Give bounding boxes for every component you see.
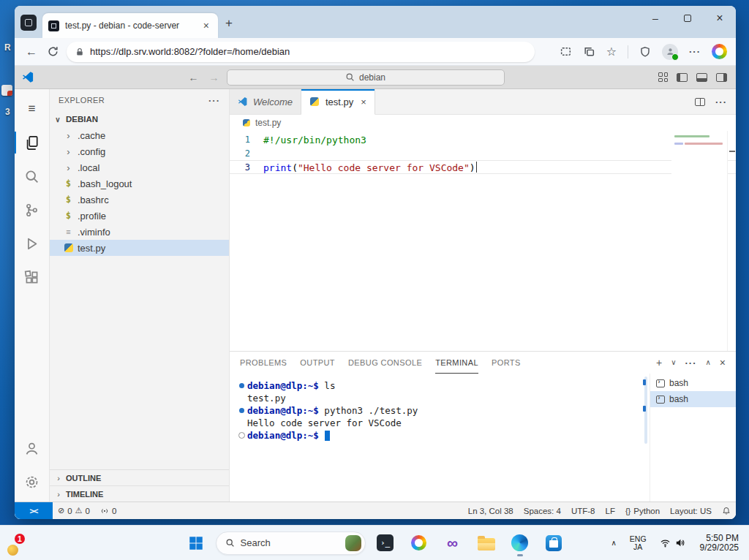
toggle-sidebar-icon[interactable] [677, 73, 688, 82]
notifications-bell[interactable] [717, 502, 736, 519]
tab-testpy[interactable]: test.py × [301, 89, 375, 115]
toggle-secondary-sidebar-icon[interactable] [716, 73, 727, 82]
search-activity-icon[interactable] [15, 161, 50, 192]
breadcrumb[interactable]: test.py [230, 115, 736, 131]
more-actions-icon[interactable]: ··· [715, 97, 727, 107]
back-icon[interactable]: ← [23, 45, 39, 58]
outline-section[interactable]: › OUTLINE [50, 469, 229, 485]
tab-close-icon[interactable]: × [361, 97, 366, 107]
customize-layout-icon[interactable] [658, 72, 668, 82]
web-capture-icon[interactable] [560, 45, 572, 58]
explorer-item-profile[interactable]: $ .profile [50, 208, 229, 224]
desktop-shortcut-number[interactable]: 3 [5, 107, 10, 117]
panel-tab-problems[interactable]: PROBLEMS [240, 352, 287, 374]
workspaces-icon[interactable] [20, 15, 37, 31]
explorer-item-local[interactable]: › .local [50, 159, 229, 175]
browser-essentials-icon[interactable] [639, 46, 651, 58]
desktop-shortcut-icon[interactable] [1, 85, 12, 96]
tab-welcome[interactable]: Welcome [230, 89, 301, 114]
start-button[interactable] [182, 529, 210, 558]
account-icon[interactable] [15, 433, 50, 463]
run-debug-icon[interactable] [15, 228, 50, 259]
extensions-icon[interactable] [15, 262, 50, 292]
copilot-icon[interactable] [712, 44, 727, 59]
refresh-icon[interactable] [47, 45, 59, 58]
settings-menu-icon[interactable]: ··· [689, 46, 701, 57]
split-editor-icon[interactable] [695, 98, 705, 106]
eol[interactable]: LF [601, 502, 620, 519]
explorer-activity-icon[interactable] [15, 127, 50, 158]
profile-avatar[interactable] [662, 44, 678, 60]
code-server-logo[interactable] [22, 71, 34, 83]
panel-tab-output[interactable]: OUTPUT [300, 352, 335, 374]
explorer-item-bashrc[interactable]: $ .bashrc [50, 192, 229, 208]
settings-gear-icon[interactable] [15, 466, 50, 497]
file-explorer-button[interactable] [473, 529, 500, 558]
keyboard-layout[interactable]: Layout: US [665, 502, 717, 519]
menu-button[interactable]: ≡ [15, 94, 50, 124]
desktop-shortcut-label[interactable]: R [4, 42, 11, 53]
nav-back-icon[interactable]: ← [189, 72, 199, 83]
close-button[interactable]: × [704, 12, 736, 25]
terminal-dropdown-icon[interactable]: ∨ [671, 359, 676, 366]
explorer-item-config[interactable]: › .config [50, 143, 229, 159]
tray-app-with-badge[interactable]: 1 [6, 531, 32, 557]
indentation[interactable]: Spaces: 4 [519, 502, 566, 519]
clock[interactable]: 5:50 PM 9/29/2025 [693, 534, 746, 553]
terminal-app-button[interactable]: ›_ [372, 529, 399, 558]
remote-indicator[interactable]: >< [15, 502, 53, 519]
edge-button[interactable] [506, 529, 534, 558]
encoding[interactable]: UTF-8 [566, 502, 601, 519]
nav-forward-icon[interactable]: → [209, 72, 219, 83]
minimap[interactable] [671, 131, 727, 351]
language-mode[interactable]: {} Python [620, 502, 665, 519]
panel-more-icon[interactable]: ··· [685, 357, 696, 368]
ports-status[interactable]: 0 [95, 502, 121, 519]
shell-file-icon: $ [63, 178, 74, 189]
minimize-button[interactable]: – [639, 12, 671, 24]
explorer-item-viminfo[interactable]: ≡ .viminfo [50, 224, 229, 240]
maximize-panel-icon[interactable]: ∧ [705, 359, 710, 366]
visual-studio-button[interactable]: ∞ [439, 529, 467, 558]
close-panel-icon[interactable]: × [720, 357, 726, 368]
toggle-panel-icon[interactable] [696, 73, 707, 82]
explorer-item-testpy[interactable]: test.py [50, 240, 229, 256]
terminal-scrollbar[interactable] [642, 374, 650, 502]
copilot-button[interactable] [405, 529, 433, 558]
cursor-position[interactable]: Ln 3, Col 38 [463, 502, 519, 519]
explorer-actions-icon[interactable]: ··· [208, 95, 220, 106]
taskbar-search[interactable]: Search [216, 531, 366, 555]
store-button[interactable] [540, 529, 568, 558]
new-tab-button[interactable]: + [218, 16, 240, 38]
panel-tab-ports[interactable]: PORTS [492, 352, 521, 374]
overview-ruler[interactable] [727, 131, 736, 351]
code-editor[interactable]: 1 #!/usr/bin/python3 2 3 print("Hello co… [230, 131, 736, 351]
terminal-session[interactable]: bash [650, 375, 736, 391]
command-pending-decoration[interactable] [236, 432, 247, 439]
panel-tab-debug-console[interactable]: DEBUG CONSOLE [348, 352, 422, 374]
new-terminal-icon[interactable]: + [656, 357, 662, 368]
command-success-decoration[interactable] [236, 408, 247, 413]
session-label: bash [669, 394, 688, 404]
command-center[interactable]: debian [227, 69, 505, 86]
tab-close-icon[interactable]: × [200, 19, 212, 32]
maximize-button[interactable] [671, 15, 704, 22]
terminal-session-selected[interactable]: bash [650, 391, 736, 407]
problems-status[interactable]: ⊘ 0 ⚠ 0 [53, 502, 95, 519]
source-control-icon[interactable] [15, 194, 50, 225]
timeline-section[interactable]: › TIMELINE [50, 485, 229, 502]
browser-tab[interactable]: test.py - debian - code-server × [42, 13, 218, 38]
terminal[interactable]: debian@dlp:~$ ls test.py debian@dlp:~$ p… [230, 374, 642, 502]
explorer-root-folder[interactable]: ∨ DEBIAN [50, 111, 229, 127]
collections-icon[interactable] [583, 45, 595, 58]
explorer-item-bash-logout[interactable]: $ .bash_logout [50, 175, 229, 192]
command-success-decoration[interactable] [236, 383, 247, 388]
address-bar[interactable]: https://dlp.srv.world:8082/?folder=/home… [67, 42, 535, 62]
hidden-icons-chevron[interactable]: ∧ [606, 539, 622, 547]
explorer-item-cache[interactable]: › .cache [50, 127, 229, 143]
search-highlight-image[interactable] [345, 535, 361, 551]
language-indicator[interactable]: ENG JA [624, 535, 652, 551]
panel-tab-terminal[interactable]: TERMINAL [435, 352, 478, 374]
tray-status-icons[interactable] [654, 537, 691, 548]
favorites-star-icon[interactable]: ☆ [606, 45, 617, 58]
